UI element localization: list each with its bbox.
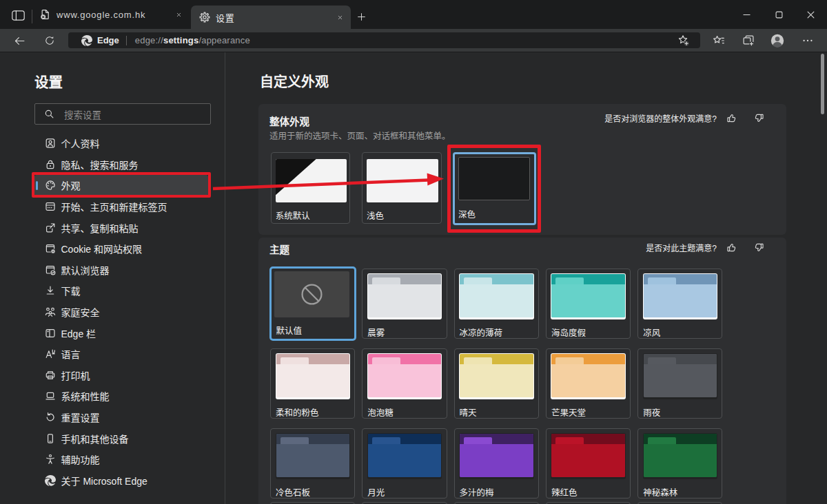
close-button[interactable] <box>795 0 827 29</box>
sidebar-item[interactable]: 关于 Microsoft Edge <box>34 470 208 492</box>
overall-feedback-question: 是否对浏览器的整体外观满意? <box>604 112 717 124</box>
theme-card[interactable]: 默认值 <box>269 266 356 341</box>
preview-tab-notch <box>372 357 400 364</box>
sidebar-item[interactable]: 个人资料 <box>34 133 208 154</box>
preview-tab-notch <box>464 357 492 364</box>
preview-page-body <box>460 444 533 477</box>
settings-page: 设置 搜索设置 个人资料 <box>0 52 827 504</box>
browser-tab[interactable]: 设置 <box>191 6 351 29</box>
sidebar-item[interactable]: 默认浏览器 <box>34 260 208 281</box>
theme-preview-mock <box>276 434 350 477</box>
theme-card[interactable]: 晨雾 <box>362 269 447 339</box>
theme-card-partial[interactable] <box>546 502 631 504</box>
sidebar-item[interactable]: 手机和其他设备 <box>34 428 208 449</box>
address-bar[interactable]: Edge edge://settings/appearance <box>68 32 700 48</box>
sidebar-item-icon <box>45 264 56 275</box>
profile-avatar[interactable] <box>770 34 784 48</box>
sidebar-item[interactable]: 隐私、搜索和服务 <box>34 154 208 176</box>
minimize-button[interactable] <box>731 0 764 29</box>
sidebar-item-icon <box>45 159 56 170</box>
back-button[interactable] <box>11 32 28 49</box>
sidebar-item-icon <box>45 180 56 191</box>
favorites-button[interactable] <box>713 34 725 47</box>
appearance-option-card[interactable]: 系统默认 <box>271 152 351 224</box>
theme-card[interactable]: 神秘森林 <box>637 428 722 498</box>
refresh-button[interactable] <box>41 32 58 49</box>
tab-activities-button[interactable] <box>12 10 25 21</box>
collections-button[interactable] <box>742 34 755 47</box>
browser-tab[interactable]: www.google.com.hk <box>34 0 190 29</box>
new-tab-button[interactable] <box>354 10 368 23</box>
theme-card[interactable]: 晴天 <box>454 348 539 419</box>
preview-page-body <box>460 284 533 317</box>
sidebar-item[interactable]: 辅助功能 <box>34 449 208 470</box>
thumb-up-icon[interactable] <box>726 113 737 123</box>
next-theme-row-partial <box>270 502 722 504</box>
theme-preview <box>459 433 534 479</box>
sidebar-item[interactable]: 语言 <box>34 344 208 365</box>
preview-tab-notch <box>648 357 676 364</box>
theme-card[interactable]: 泡泡糖 <box>362 348 447 419</box>
add-favorite-icon[interactable] <box>677 34 689 46</box>
sidebar-item-label: 默认浏览器 <box>61 263 110 277</box>
preview-tab-notch <box>280 357 309 364</box>
page-scrollbar-thumb[interactable] <box>821 54 824 114</box>
theme-card[interactable]: 冰凉的薄荷 <box>454 269 539 339</box>
maximize-button[interactable] <box>763 0 795 29</box>
tab-close-icon[interactable] <box>173 9 184 20</box>
appearance-option-preview <box>458 157 530 200</box>
theme-card[interactable]: 多汁的梅 <box>454 428 539 498</box>
appearance-option-card[interactable]: 浅色 <box>362 152 442 224</box>
theme-label: 神秘森林 <box>643 485 677 498</box>
thumb-up-icon[interactable] <box>726 242 737 253</box>
url-divider <box>126 36 127 45</box>
sidebar-item[interactable]: 重置设置 <box>34 407 208 428</box>
sidebar-item[interactable]: 共享、复制和粘贴 <box>34 217 208 238</box>
sidebar-item-icon <box>45 201 56 212</box>
url-text: edge://settings/appearance <box>135 35 250 45</box>
appearance-option-label: 深色 <box>458 207 476 220</box>
preview-page-body <box>644 444 717 477</box>
thumb-down-icon[interactable] <box>754 113 764 123</box>
tab-close-icon[interactable] <box>334 12 345 23</box>
theme-card[interactable]: 凉风 <box>637 269 722 339</box>
settings-menu-button[interactable] <box>802 34 814 47</box>
thumb-down-icon[interactable] <box>754 242 764 253</box>
sidebar-item[interactable]: 下载 <box>34 280 208 302</box>
theme-card-partial[interactable] <box>362 502 447 504</box>
sidebar-item[interactable]: 家庭安全 <box>34 302 208 323</box>
tab-favicon-icon <box>40 9 51 20</box>
tab-title: 设置 <box>216 11 334 24</box>
sidebar-item[interactable]: 外观 <box>34 175 208 196</box>
sidebar-item-icon <box>45 390 56 401</box>
sidebar-item[interactable]: Cookie 和网站权限 <box>34 238 208 260</box>
sidebar-item[interactable]: Edge 栏 <box>34 322 208 344</box>
sidebar-item[interactable]: 打印机 <box>34 365 208 386</box>
settings-search-input[interactable]: 搜索设置 <box>34 103 211 125</box>
theme-card-partial[interactable] <box>637 502 722 504</box>
sidebar-item-icon <box>45 328 56 339</box>
theme-card[interactable]: 芒果天堂 <box>546 348 631 419</box>
theme-card[interactable]: 柔和的粉色 <box>270 348 355 419</box>
theme-label: 泡泡糖 <box>367 406 394 419</box>
theme-preview-mock <box>276 354 350 397</box>
sidebar-item-icon <box>45 475 56 486</box>
tab-bar: www.google.com.hk 设置 <box>0 0 827 29</box>
window-controls <box>731 0 827 29</box>
preview-tab-notch <box>464 277 492 284</box>
preview-page-body <box>551 444 625 477</box>
sidebar-item[interactable]: 开始、主页和新建标签页 <box>34 196 208 218</box>
theme-card-partial[interactable] <box>454 502 539 504</box>
sidebar-item[interactable]: 系统和性能 <box>34 386 208 407</box>
appearance-option-card[interactable]: 深色 <box>453 152 536 225</box>
theme-card[interactable]: 月光 <box>362 428 447 498</box>
appearance-option-preview <box>367 159 438 202</box>
theme-card[interactable]: 辣红色 <box>546 428 631 498</box>
theme-card-partial[interactable] <box>270 502 355 504</box>
theme-card[interactable]: 雨夜 <box>637 348 722 419</box>
sidebar-item-label: 下载 <box>61 284 81 297</box>
theme-card[interactable]: 海岛度假 <box>546 269 631 339</box>
theme-card[interactable]: 冷色石板 <box>270 428 355 498</box>
theme-label: 柔和的粉色 <box>276 406 319 419</box>
theme-preview <box>367 433 442 479</box>
